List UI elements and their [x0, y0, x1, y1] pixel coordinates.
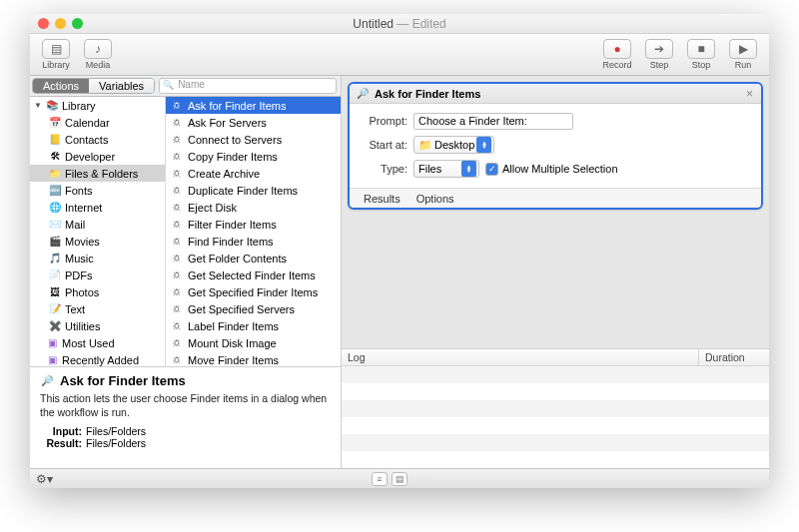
category-item[interactable]: 🖼Photos [30, 283, 165, 300]
automator-window: Untitled — Edited ▤Library♪Media ●Record… [30, 14, 769, 488]
run-button[interactable]: ▶Run [723, 39, 763, 70]
action-item[interactable]: ⛭Get Specified Servers [166, 300, 341, 317]
view-flow-button[interactable]: ≡ [372, 472, 388, 486]
allow-multiple-checkbox[interactable]: ✓ Allow Multiple Selection [485, 163, 618, 176]
action-item[interactable]: ⛭Mount Disk Image [166, 334, 341, 351]
category-item[interactable]: 🎵Music [30, 250, 165, 266]
action-item[interactable]: ⛭Get Folder Contents [166, 250, 341, 266]
log-column-header[interactable]: Log [342, 349, 699, 365]
status-bar: ⚙︎▾ ≡ ▤ [30, 468, 769, 488]
gear-icon[interactable]: ⚙︎▾ [36, 472, 53, 486]
action-item[interactable]: ⛭Connect to Servers [166, 131, 341, 148]
tab-variables[interactable]: Variables [89, 79, 154, 93]
folder-icon: 📁 [418, 139, 432, 152]
workflow-action-card[interactable]: 🔎 Ask for Finder Items × Prompt: Start a… [348, 82, 763, 210]
category-item[interactable]: 📁Files & Folders [30, 165, 165, 182]
category-item[interactable]: ✉️Mail [30, 216, 165, 233]
action-item[interactable]: ⛭Get Selected Finder Items [166, 266, 341, 283]
prompt-label: Prompt: [360, 115, 407, 127]
start-at-label: Start at: [360, 139, 407, 151]
library-button[interactable]: ▤Library [36, 39, 76, 70]
step-button[interactable]: ➔Step [639, 39, 679, 70]
action-item[interactable]: ⛭Copy Finder Items [166, 148, 341, 165]
category-item[interactable]: 🔤Fonts [30, 182, 165, 199]
action-item[interactable]: ⛭Ask For Servers [166, 114, 341, 131]
chevron-updown-icon: ▲▼ [461, 161, 476, 177]
type-select[interactable]: Files ▲▼ [413, 160, 479, 178]
action-item[interactable]: ⛭Label Finder Items [166, 317, 341, 334]
category-item[interactable]: 📄PDFs [30, 266, 165, 283]
smart-folder-item[interactable]: ▣Recently Added [30, 351, 165, 366]
card-tab-options[interactable]: Options [416, 193, 454, 205]
category-item[interactable]: 📝Text [30, 300, 165, 317]
toolbar: ▤Library♪Media ●Record➔Step■Stop▶Run [30, 34, 769, 76]
category-item[interactable]: 🎬Movies [30, 233, 165, 250]
record-button[interactable]: ●Record [597, 39, 637, 70]
category-list[interactable]: ▼📚Library📅Calendar📒Contacts🛠Developer📁Fi… [30, 97, 166, 366]
library-root[interactable]: ▼📚Library [30, 97, 165, 114]
finder-icon: 🔎 [356, 87, 370, 101]
action-info: 🔎Ask for Finder Items This action lets t… [30, 366, 341, 468]
category-item[interactable]: 📅Calendar [30, 114, 165, 131]
action-item[interactable]: ⛭Duplicate Finder Items [166, 182, 341, 199]
action-item[interactable]: ⛭Eject Disk [166, 199, 341, 216]
chevron-updown-icon: ▲▼ [476, 137, 491, 153]
workflow-canvas[interactable]: 🔎 Ask for Finder Items × Prompt: Start a… [342, 76, 769, 348]
prompt-input[interactable] [413, 113, 573, 130]
action-item[interactable]: ⛭Get Specified Finder Items [166, 283, 341, 300]
category-item[interactable]: ✖️Utilities [30, 317, 165, 334]
category-item[interactable]: 🛠Developer [30, 148, 165, 165]
window-title: Untitled — Edited [30, 17, 769, 31]
category-item[interactable]: 📒Contacts [30, 131, 165, 148]
close-icon[interactable]: × [744, 87, 755, 101]
duration-column-header[interactable]: Duration [699, 349, 769, 365]
action-item[interactable]: ⛭Filter Finder Items [166, 216, 341, 233]
media-button[interactable]: ♪Media [78, 39, 118, 70]
finder-icon: 🔎 [40, 374, 54, 388]
workflow-pane: 🔎 Ask for Finder Items × Prompt: Start a… [342, 76, 769, 468]
view-log-button[interactable]: ▤ [392, 472, 407, 486]
category-item[interactable]: 🌐Internet [30, 199, 165, 216]
library-tabs: Actions Variables [32, 78, 155, 94]
action-item[interactable]: ⛭Ask for Finder Items [166, 97, 341, 114]
stop-button[interactable]: ■Stop [681, 39, 721, 70]
tab-actions[interactable]: Actions [33, 79, 89, 93]
card-tab-results[interactable]: Results [364, 193, 400, 205]
start-at-select[interactable]: 📁 Desktop ▲▼ [413, 136, 494, 154]
titlebar: Untitled — Edited [30, 14, 769, 34]
library-pane: Actions Variables Name ▼📚Library📅Calenda… [30, 76, 342, 468]
card-title: Ask for Finder Items [375, 88, 739, 100]
action-item[interactable]: ⛭Create Archive [166, 165, 341, 182]
search-input[interactable]: Name [159, 78, 337, 94]
action-item[interactable]: ⛭Find Finder Items [166, 233, 341, 250]
log-pane: Log Duration [342, 348, 769, 468]
action-list[interactable]: ⛭Ask for Finder Items⛭Ask For Servers⛭Co… [166, 97, 341, 366]
smart-folder-item[interactable]: ▣Most Used [30, 334, 165, 351]
action-item[interactable]: ⛭Move Finder Items [166, 351, 341, 366]
type-label: Type: [360, 163, 407, 175]
